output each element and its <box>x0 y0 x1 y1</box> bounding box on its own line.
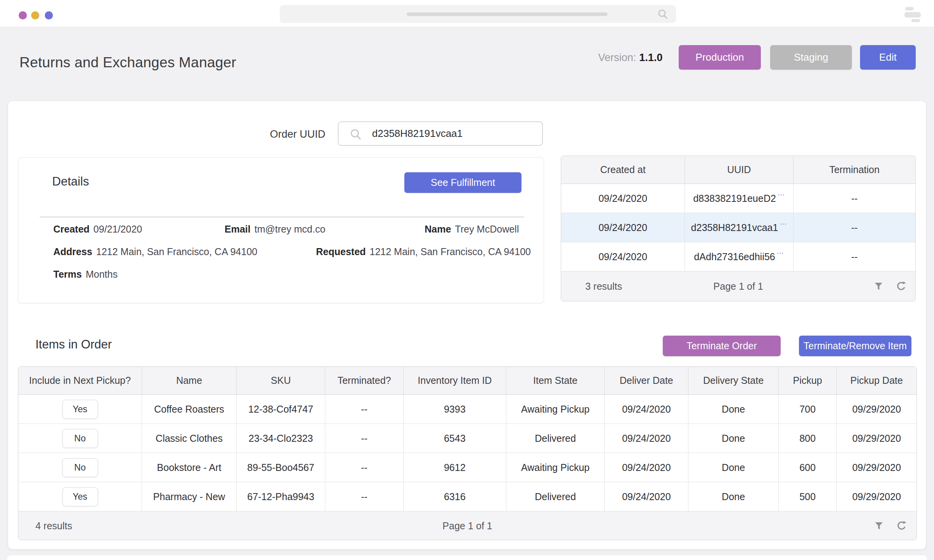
url-bar[interactable] <box>280 5 676 23</box>
production-button[interactable]: Production <box>679 45 761 70</box>
column-header-created-at: Created at <box>561 156 685 184</box>
details-title: Details <box>52 175 89 189</box>
orders-table-footer: 3 results Page 1 of 1 <box>561 271 915 301</box>
column-header-terminated: Terminated? <box>325 367 404 394</box>
column-header-termination: Termination <box>794 156 915 184</box>
field-terms: TermsMonths <box>53 269 118 280</box>
column-header-pickup-date: Pickup Date <box>837 367 916 394</box>
items-table-row: No Bookstore - Art 89-55-Boo4567 -- 9612… <box>18 453 916 482</box>
order-uuid-label: Order UUID <box>230 128 325 140</box>
page-title: Returns and Exchanges Manager <box>19 54 236 71</box>
column-header-uuid: UUID <box>685 156 794 184</box>
column-header-deliver-date: Deliver Date <box>605 367 688 394</box>
search-icon <box>657 8 669 22</box>
column-header-name: Name <box>142 367 237 394</box>
see-fulfillment-button[interactable]: See Fulfillment <box>404 172 521 193</box>
items-table-row: Yes Pharmacy - New 67-12-Pha9943 -- 6316… <box>18 482 916 511</box>
items-table-row: Yes Coffee Roasters 12-38-Cof4747 -- 939… <box>18 395 916 424</box>
refresh-icon[interactable] <box>895 280 907 292</box>
staging-button[interactable]: Staging <box>770 45 852 70</box>
column-header-inventory-item-id: Inventory Item ID <box>404 367 506 394</box>
filter-icon[interactable] <box>873 280 884 292</box>
include-pickup-toggle[interactable]: No <box>62 458 98 477</box>
uuid-expand-link[interactable]: ⋯ <box>780 220 787 228</box>
order-manager-card: Order UUID Details See Fulfillment Creat… <box>8 101 926 550</box>
terminate-remove-item-button[interactable]: Terminate/Remove Item <box>799 336 911 356</box>
column-header-delivery-state: Delivery State <box>688 367 779 394</box>
version-label: Version: <box>598 52 636 63</box>
items-table: Include in Next Pickup? Name SKU Termina… <box>18 366 917 540</box>
field-email: Emailtm@trey mcd.co <box>225 224 325 235</box>
items-table-header: Include in Next Pickup? Name SKU Termina… <box>18 367 916 395</box>
items-table-row: No Classic Clothes 23-34-Clo2323 -- 6543… <box>18 424 916 453</box>
order-uuid-search-box <box>338 121 543 146</box>
version-value: 1.1.0 <box>639 52 663 63</box>
search-icon <box>349 127 363 143</box>
orders-table-row[interactable]: 09/24/2020 d838382191eueD2⋯ -- <box>561 184 915 213</box>
url-placeholder-line <box>407 12 607 16</box>
browser-menu-icon[interactable] <box>904 7 922 22</box>
uuid-expand-link[interactable]: ⋯ <box>777 249 784 257</box>
items-table-footer: 4 results Page 1 of 1 <box>18 511 916 540</box>
orders-table: Created at UUID Termination 09/24/2020 d… <box>561 156 916 301</box>
version-info: Version:1.1.0 <box>598 52 663 64</box>
terminate-order-button[interactable]: Terminate Order <box>663 336 781 356</box>
items-in-order-title: Items in Order <box>35 338 112 352</box>
orders-table-header: Created at UUID Termination <box>561 156 915 184</box>
column-header-pickup: Pickup <box>779 367 837 394</box>
edit-button[interactable]: Edit <box>860 45 916 70</box>
pagination-text: Page 1 of 1 <box>561 281 915 292</box>
column-header-include-next-pickup: Include in Next Pickup? <box>18 367 142 394</box>
field-requested: Requested1212 Main, San Francisco, CA 94… <box>316 246 531 257</box>
column-header-item-state: Item State <box>506 367 605 394</box>
field-name: NameTrey McDowell <box>425 224 519 235</box>
filter-icon[interactable] <box>873 520 885 532</box>
orders-table-row[interactable]: 09/24/2020 dAdh27316edhii56⋯ -- <box>561 242 915 271</box>
browser-chrome <box>0 0 934 27</box>
window-maximize-button[interactable] <box>45 11 53 19</box>
include-pickup-toggle[interactable]: No <box>62 429 98 448</box>
include-pickup-toggle[interactable]: Yes <box>62 400 98 419</box>
orders-table-row-selected[interactable]: 09/24/2020 d2358H82191vcaa1⋯ -- <box>561 213 915 242</box>
field-created: Created09/21/2020 <box>53 224 142 235</box>
divider <box>40 217 524 217</box>
window-close-button[interactable] <box>19 11 27 19</box>
uuid-expand-link[interactable]: ⋯ <box>778 191 785 199</box>
pagination-text: Page 1 of 1 <box>18 520 916 532</box>
window-minimize-button[interactable] <box>31 11 39 19</box>
field-address: Address1212 Main, San Francisco, CA 9410… <box>53 246 257 257</box>
include-pickup-toggle[interactable]: Yes <box>62 487 98 506</box>
refresh-icon[interactable] <box>895 520 907 532</box>
next-card-edge <box>7 555 927 560</box>
details-card: Details See Fulfillment Created09/21/202… <box>18 157 544 303</box>
order-uuid-input[interactable] <box>372 122 539 145</box>
column-header-sku: SKU <box>237 367 325 394</box>
app-screen: Returns and Exchanges Manager Version:1.… <box>0 0 934 560</box>
